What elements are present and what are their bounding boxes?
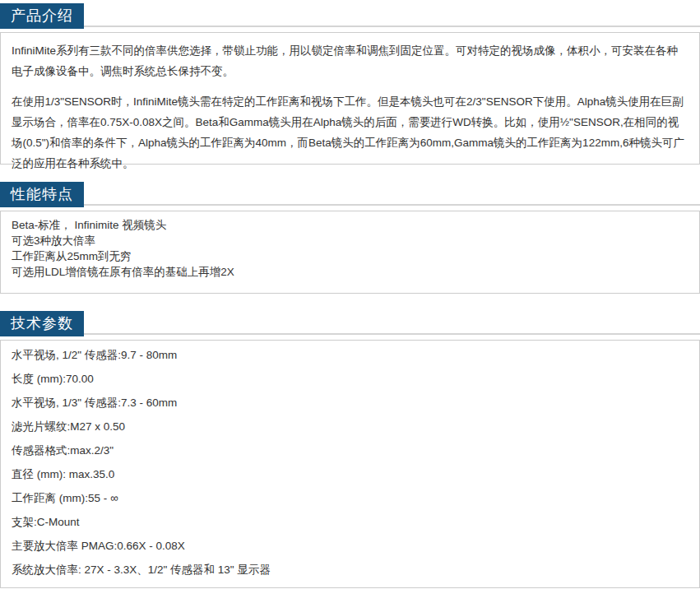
spec-item: 滤光片螺纹:M27 x 0.50 [12,420,688,434]
feature-item: 可选3种放大倍率 [12,233,688,248]
header-rule [0,333,700,335]
feature-item: 工作距离从25mm到无穷 [12,248,688,264]
specs-title-badge: 技术参数 [0,311,84,336]
features-title-badge: 性能特点 [0,182,84,207]
spec-item: 长度 (mm):70.00 [12,373,688,386]
specs-body: 水平视场, 1/2" 传感器:9.7 - 80mm 长度 (mm):70.00 … [0,340,700,588]
header-rule [0,26,700,27]
spec-item: 直径 (mm): max.35.0 [12,468,688,481]
product-intro-body: InfiniMite系列有三款不同的倍率供您选择，带锁止功能，用以锁定倍率和调焦… [0,32,700,165]
spec-item: 水平视场, 1/2" 传感器:9.7 - 80mm [12,349,688,362]
product-page: 产品介绍 InfiniMite系列有三款不同的倍率供您选择，带锁止功能，用以锁定… [0,0,700,588]
section-features: 性能特点 Beta-标准， Infinimite 视频镜头 可选3种放大倍率 工… [0,182,700,294]
header-rule [0,204,700,206]
spec-item: 支架:C-Mount [12,516,688,529]
features-header: 性能特点 [0,182,700,207]
section-specs: 技术参数 水平视场, 1/2" 传感器:9.7 - 80mm 长度 (mm):7… [0,311,700,588]
spec-item: 工作距离 (mm):55 - ∞ [12,492,688,505]
product-intro-header: 产品介绍 [0,3,700,29]
spec-item: 主要放大倍率 PMAG:0.66X - 0.08X [12,540,688,553]
intro-paragraph: InfiniMite系列有三款不同的倍率供您选择，带锁止功能，用以锁定倍率和调焦… [12,40,688,81]
spec-item: 传感器格式:max.2/3" [12,444,688,457]
spec-item: 水平视场, 1/3" 传感器:7.3 - 60mm [12,397,688,410]
section-product-intro: 产品介绍 InfiniMite系列有三款不同的倍率供您选择，带锁止功能，用以锁定… [0,3,700,165]
features-body: Beta-标准， Infinimite 视频镜头 可选3种放大倍率 工作距离从2… [0,211,700,294]
product-intro-title-badge: 产品介绍 [0,3,84,29]
specs-header: 技术参数 [0,311,700,336]
spec-item: 系统放大倍率: 27X - 3.3X、1/2" 传感器和 13" 显示器 [12,563,688,577]
feature-item: 可选用LDL增倍镜在原有倍率的基础上再增2X [12,264,688,280]
intro-paragraph: 在使用1/3"SENSOR时，InfiniMite镜头需在特定的工作距离和视场下… [12,91,688,174]
feature-item: Beta-标准， Infinimite 视频镜头 [12,217,688,233]
